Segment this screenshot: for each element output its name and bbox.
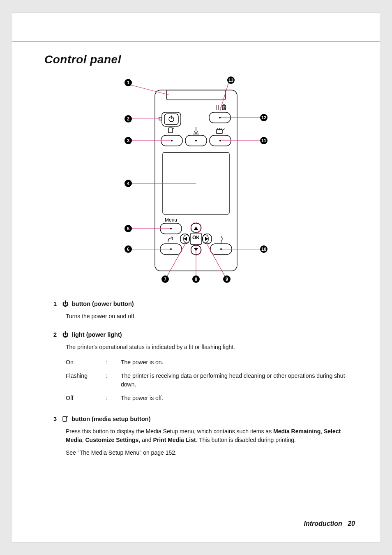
- svg-text:3: 3: [127, 138, 129, 143]
- svg-text:12: 12: [261, 115, 266, 120]
- svg-text:9: 9: [226, 277, 228, 282]
- control-panel-diagram: .ln{stroke:#000;stroke-width:1.4;fill:no…: [108, 74, 284, 284]
- svg-text:4: 4: [127, 181, 130, 186]
- footer-page-number: 20: [348, 520, 355, 527]
- svg-rect-1: [166, 90, 226, 100]
- media-icon: [62, 416, 68, 422]
- ok-label: OK: [192, 235, 200, 240]
- item-paragraph: The printer's operational status is indi…: [66, 343, 355, 352]
- item-heading-text: button (media setup button): [71, 416, 151, 422]
- svg-text:7: 7: [164, 277, 166, 282]
- table-row: Flashing : The printer is receiving data…: [66, 369, 355, 391]
- svg-point-26: [170, 248, 172, 250]
- colon: :: [106, 356, 121, 369]
- table-row: Off : The power is off.: [66, 391, 355, 405]
- item-number: 3: [37, 416, 59, 422]
- svg-text:13: 13: [228, 78, 233, 83]
- svg-point-24: [170, 228, 172, 229]
- power-icon: ⏻: [62, 331, 69, 338]
- sheet: Control panel .ln{stroke:#000;stroke-wid…: [0, 12, 392, 555]
- item-paragraph: Press this button to display the Media S…: [66, 427, 355, 444]
- svg-point-13: [171, 140, 173, 141]
- item-heading-text: button (power button): [72, 301, 134, 307]
- status-desc: The power is off.: [121, 391, 355, 405]
- item-number: 2: [37, 331, 59, 338]
- power-icon: ⏻: [62, 301, 69, 307]
- svg-point-28: [220, 248, 222, 250]
- svg-text:11: 11: [261, 138, 266, 143]
- item-1: 1 ⏻ button (power button) Turns the powe…: [37, 301, 355, 321]
- svg-text:10: 10: [261, 247, 266, 252]
- item-2: 2 ⏻ light (power light) The printer's op…: [37, 331, 355, 405]
- colon: :: [106, 369, 121, 391]
- svg-point-16: [195, 140, 197, 141]
- divider: [12, 42, 380, 42]
- page: Control panel .ln{stroke:#000;stroke-wid…: [12, 12, 380, 543]
- status-desc: The power is on.: [121, 356, 355, 369]
- svg-text:5: 5: [127, 226, 129, 231]
- svg-rect-21: [217, 130, 222, 134]
- status-label: Flashing: [66, 369, 106, 391]
- svg-text:8: 8: [195, 277, 197, 282]
- status-label: On: [66, 356, 106, 369]
- svg-point-11: [219, 117, 221, 118]
- svg-point-9: [220, 107, 221, 108]
- item-heading-text: light (power light): [72, 331, 122, 338]
- svg-text:1: 1: [127, 80, 129, 85]
- status-desc: The printer is receiving data or perform…: [121, 369, 355, 391]
- item-3: 3 button (media setup button) Press this…: [37, 416, 355, 457]
- svg-rect-14: [168, 128, 173, 133]
- footer-section: Introduction: [304, 520, 342, 527]
- page-footer: Introduction 20: [304, 520, 355, 527]
- svg-text:6: 6: [127, 247, 129, 252]
- svg-point-20: [219, 140, 221, 141]
- table-row: On : The power is on.: [66, 356, 355, 369]
- svg-rect-77: [63, 416, 67, 421]
- colon: :: [106, 391, 121, 405]
- item-reference: See "The Media Setup Menu" on page 152.: [66, 449, 355, 457]
- item-number: 1: [37, 301, 59, 307]
- svg-text:2: 2: [127, 116, 129, 121]
- status-label: Off: [66, 391, 106, 405]
- item-paragraph: Turns the power on and off.: [66, 312, 355, 321]
- page-title: Control panel: [44, 53, 355, 66]
- status-table: On : The power is on. Flashing : The pri…: [66, 356, 355, 405]
- menu-label: Menu: [165, 217, 177, 223]
